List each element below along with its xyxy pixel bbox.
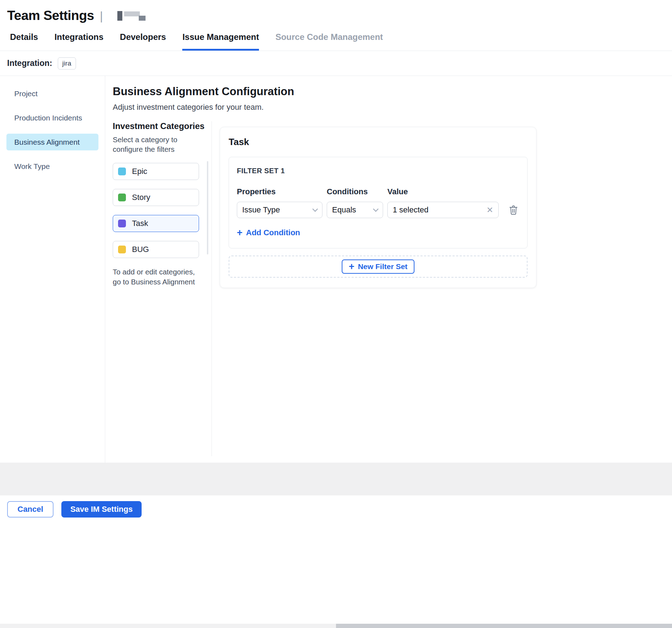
redacted-block	[124, 11, 140, 16]
integration-label: Integration:	[7, 58, 52, 68]
task-color-swatch	[118, 220, 126, 227]
main-section: Business Alignment Configuration Adjust …	[105, 76, 672, 463]
scrollbar-thumb[interactable]	[336, 624, 672, 628]
chevron-down-icon	[373, 206, 379, 212]
title-divider: |	[100, 9, 103, 23]
column-header-properties: Properties	[237, 187, 322, 196]
app-header: Team Settings |	[0, 0, 672, 24]
category-config-card: Task FILTER SET 1 Properties Conditions …	[220, 127, 536, 288]
add-condition-button[interactable]: + Add Condition	[237, 228, 300, 237]
footer-separator-band	[0, 463, 672, 495]
property-select[interactable]: Issue Type	[237, 202, 322, 218]
tab-source-code-management[interactable]: Source Code Management	[275, 32, 383, 51]
section-title: Business Alignment Configuration	[113, 85, 672, 98]
filter-set: FILTER SET 1 Properties Conditions Value…	[229, 157, 528, 248]
redacted-team-name	[117, 11, 146, 21]
value-multiselect[interactable]: 1 selected ✕	[387, 202, 499, 218]
filter-column-headers: Properties Conditions Value	[237, 187, 519, 196]
panel-title: Task	[229, 137, 528, 148]
new-filter-set-label: New Filter Set	[358, 262, 407, 271]
column-header-conditions: Conditions	[327, 187, 383, 196]
tab-integrations[interactable]: Integrations	[55, 32, 103, 51]
tab-details[interactable]: Details	[10, 32, 38, 51]
content: Project Production Incidents Business Al…	[0, 76, 672, 463]
integration-row: Integration: jira	[0, 51, 672, 76]
category-label: Task	[132, 219, 148, 228]
sidebar-item-production-incidents[interactable]: Production Incidents	[6, 109, 98, 126]
redacted-block	[139, 16, 146, 21]
category-item-bug[interactable]: BUG	[113, 241, 199, 258]
trash-icon	[509, 205, 518, 215]
section-subtitle: Adjust investment categories for your te…	[113, 103, 672, 112]
categories-note: To add or edit categories, go to Busines…	[113, 267, 202, 287]
category-item-epic[interactable]: Epic	[113, 163, 199, 180]
tab-bar: Details Integrations Developers Issue Ma…	[0, 32, 672, 51]
sidebar-item-work-type[interactable]: Work Type	[6, 158, 98, 175]
filter-condition-row: Issue Type Equals 1 selected ✕	[237, 202, 519, 218]
story-color-swatch	[118, 194, 126, 201]
epic-color-swatch	[118, 168, 126, 175]
condition-select[interactable]: Equals	[327, 202, 383, 218]
tab-issue-management[interactable]: Issue Management	[182, 32, 259, 51]
page-title: Team Settings	[7, 8, 94, 23]
redacted-block	[117, 11, 122, 21]
integration-badge: jira	[58, 57, 76, 70]
category-label: BUG	[132, 245, 149, 254]
category-item-task[interactable]: Task	[113, 215, 199, 232]
delete-condition-button[interactable]	[509, 205, 518, 215]
sidebar-item-project[interactable]: Project	[6, 85, 98, 102]
category-label: Story	[132, 193, 150, 202]
cancel-button[interactable]: Cancel	[7, 501, 54, 518]
save-im-settings-button[interactable]: Save IM Settings	[61, 501, 142, 518]
categories-title: Investment Categories	[113, 121, 212, 131]
bug-color-swatch	[118, 246, 126, 253]
filter-set-title: FILTER SET 1	[237, 167, 519, 175]
plus-icon: +	[349, 262, 355, 271]
categories-scrollbar[interactable]	[207, 161, 208, 254]
new-filter-set-area: + New Filter Set	[229, 256, 528, 278]
category-item-story[interactable]: Story	[113, 189, 199, 206]
footer-actions: Cancel Save IM Settings	[0, 495, 672, 518]
tab-developers[interactable]: Developers	[120, 32, 166, 51]
clear-icon[interactable]: ✕	[487, 206, 493, 214]
category-label: Epic	[132, 167, 147, 176]
horizontal-scrollbar[interactable]	[0, 624, 672, 628]
sidebar-item-business-alignment[interactable]: Business Alignment	[6, 134, 98, 150]
filter-panel-area: Task FILTER SET 1 Properties Conditions …	[212, 121, 672, 456]
property-select-value: Issue Type	[242, 205, 280, 215]
categories-helper: Select a category to configure the filte…	[113, 135, 206, 154]
condition-select-value: Equals	[332, 205, 356, 215]
value-select-value: 1 selected	[393, 205, 428, 215]
settings-sidenav: Project Production Incidents Business Al…	[0, 76, 105, 463]
plus-icon: +	[237, 228, 243, 237]
chevron-down-icon	[312, 206, 318, 212]
investment-categories-column: Investment Categories Select a category …	[113, 121, 212, 456]
new-filter-set-button[interactable]: + New Filter Set	[342, 259, 415, 274]
add-condition-label: Add Condition	[246, 228, 300, 237]
column-header-value: Value	[387, 187, 499, 196]
